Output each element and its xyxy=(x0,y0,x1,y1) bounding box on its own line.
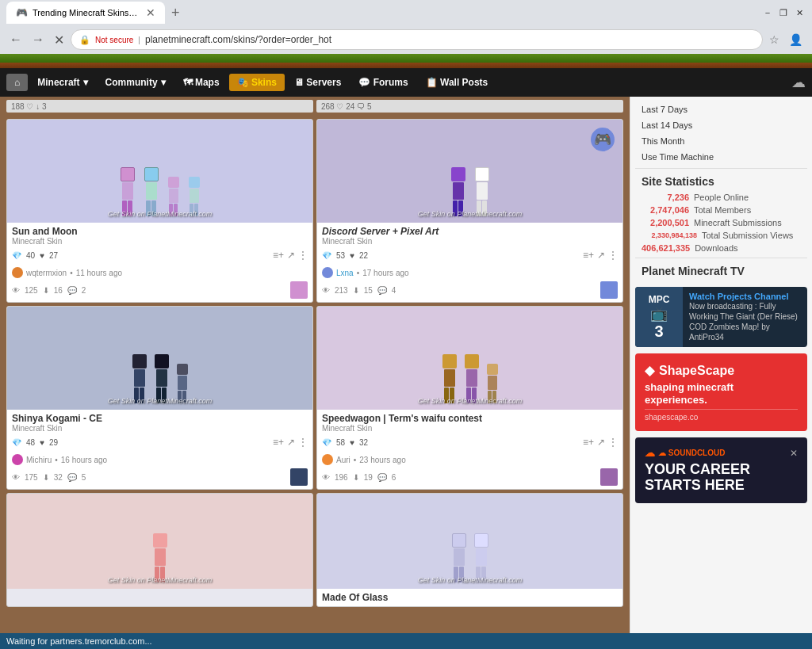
reload-button[interactable]: ✕ xyxy=(51,31,67,49)
views-count-3: 175 xyxy=(25,473,38,482)
views-count-1: 125 xyxy=(25,286,38,295)
ad-soundcloud[interactable]: ☁ ☁ SOUNDCLOUD ✕ YOUR CAREER STARTS HERE xyxy=(635,437,807,503)
time-dot-4: • xyxy=(354,456,357,464)
author-name-3[interactable]: Michiru xyxy=(26,456,52,464)
author-avatar-2 xyxy=(322,267,333,278)
skin-meta-4: Auri • 23 hours ago xyxy=(317,452,622,467)
share-button-4[interactable]: ↗ xyxy=(597,437,605,448)
minimize-button[interactable]: − xyxy=(761,6,774,19)
tab-title: Trending Minecraft Skins | Planet... xyxy=(33,8,138,17)
shapescape-url: shapescape.co xyxy=(645,409,798,422)
skin-thumb-small-4 xyxy=(600,468,618,486)
filter-last7[interactable]: Last 7 Days xyxy=(635,101,807,117)
skin-image-2[interactable]: 🎮 Get Skin on PlanetMinecraft.com xyxy=(317,120,622,223)
tv-card[interactable]: MPC 📺 3 Watch Projects Channel Now broad… xyxy=(635,287,807,347)
ad-close-button[interactable]: ✕ xyxy=(790,448,798,459)
skin-watermark-6: Get Skin on PlanetMinecraft.com xyxy=(317,576,622,584)
share-button-2[interactable]: ↗ xyxy=(597,250,605,261)
add-button-2[interactable]: ≡+ xyxy=(583,250,594,261)
time-dot-2: • xyxy=(357,269,360,277)
eye-icon-1: 👁 xyxy=(12,286,20,295)
skin-title-4[interactable]: Speedwagon | Term's waifu contest xyxy=(322,413,618,424)
nav-home[interactable]: ⌂ xyxy=(6,74,28,91)
skin-image-4[interactable]: Get Skin on PlanetMinecraft.com xyxy=(317,307,622,410)
profile-button[interactable]: 👤 xyxy=(786,32,806,48)
skin-title-2[interactable]: Discord Server + Pixel Art xyxy=(322,226,618,237)
stat-label-0: People Online xyxy=(694,193,749,202)
author-name-1[interactable]: wqtermxion xyxy=(26,269,67,277)
stats-section: 7,236 People Online 2,747,046 Total Memb… xyxy=(635,191,807,254)
skin-card-5: Get Skin on PlanetMinecraft.com xyxy=(6,493,313,607)
browser-addressbar: ← → ✕ 🔒 Not secure | planetminecraft.com… xyxy=(0,25,812,54)
skin-title-1[interactable]: Sun and Moon xyxy=(12,226,308,237)
skin-info-3: Shinya Kogami - CE Minecraft Skin 💎 48 ♥… xyxy=(7,410,312,452)
hearts-count-4: 32 xyxy=(359,438,368,447)
comment-icon-4: 💬 xyxy=(377,473,387,482)
comments-count-1: 2 xyxy=(82,286,86,295)
share-button-1[interactable]: ↗ xyxy=(287,250,295,261)
nav-servers[interactable]: 🖥 Servers xyxy=(286,74,349,91)
nav-maps[interactable]: 🗺 Maps xyxy=(175,74,228,91)
more-button-3[interactable]: ⋮ xyxy=(298,437,308,448)
stat-total-views: 2,330,984,138 Total Submission Views xyxy=(635,229,807,242)
author-name-4[interactable]: Auri xyxy=(336,456,350,464)
stat-value-2: 2,200,501 xyxy=(642,218,689,227)
maximize-button[interactable]: ❐ xyxy=(777,6,790,19)
status-bar: Waiting for partners.tremorclub.com... xyxy=(0,633,812,649)
comment-icon-1: 💬 xyxy=(67,286,77,295)
heart-icon-2: ♥ xyxy=(350,251,354,260)
back-button[interactable]: ← xyxy=(6,31,25,48)
skin-image-6[interactable]: Get Skin on PlanetMinecraft.com xyxy=(317,494,622,589)
filter-time-machine[interactable]: Use Time Machine xyxy=(635,149,807,165)
tv-section-title: Planet Minecraft TV xyxy=(635,258,807,281)
stat-label-4: Downloads xyxy=(695,243,737,253)
nav-skins[interactable]: 🎭 Skins xyxy=(229,74,285,91)
bookmark-button[interactable]: ☆ xyxy=(766,32,783,48)
skin-subtitle-1: Minecraft Skin xyxy=(12,237,308,246)
grass-bar xyxy=(0,54,812,68)
skin-actions-4: ≡+ ↗ ⋮ xyxy=(583,437,618,448)
skin-title-6[interactable]: Made Of Glass xyxy=(322,592,618,603)
close-button[interactable]: ✕ xyxy=(793,6,806,19)
security-icon: 🔒 xyxy=(79,35,90,45)
download-icon-1: ⬇ xyxy=(43,286,49,295)
stat-label-1: Total Members xyxy=(694,205,751,215)
soundcloud-name: ☁ SOUNDCLOUD xyxy=(658,449,725,457)
skin-image-1[interactable]: Get Skin on PlanetMinecraft.com xyxy=(7,120,312,223)
skin-info-6: Made Of Glass xyxy=(317,589,622,606)
diamonds-count-3: 48 xyxy=(26,438,35,447)
skin-image-5[interactable]: Get Skin on PlanetMinecraft.com xyxy=(7,494,312,589)
more-button-1[interactable]: ⋮ xyxy=(298,250,308,261)
skin-views-3: 👁 175 ⬇ 32 💬 5 xyxy=(7,467,312,489)
filter-this-month[interactable]: This Month xyxy=(635,133,807,149)
time-ago-3: 16 hours ago xyxy=(61,456,107,464)
add-button-1[interactable]: ≡+ xyxy=(273,250,284,261)
more-button-4[interactable]: ⋮ xyxy=(608,437,618,448)
skin-meta-2: Lxna • 17 hours ago xyxy=(317,265,622,280)
diamond-icon-4: 💎 xyxy=(322,438,331,447)
new-tab-button[interactable]: + xyxy=(165,5,186,21)
filter-last14[interactable]: Last 14 Days xyxy=(635,117,807,133)
more-button-2[interactable]: ⋮ xyxy=(608,250,618,261)
tab-close-button[interactable]: ✕ xyxy=(146,6,155,19)
skin-image-3[interactable]: Get Skin on PlanetMinecraft.com xyxy=(7,307,312,410)
add-button-3[interactable]: ≡+ xyxy=(273,437,284,448)
tv-logo: MPC 📺 3 xyxy=(635,287,683,347)
address-bar[interactable]: 🔒 Not secure | planetminecraft.com/skins… xyxy=(71,29,763,50)
nav-wallposts[interactable]: 📋 Wall Posts xyxy=(418,74,496,91)
nav-community[interactable]: Community ▾ xyxy=(98,74,174,91)
nav-minecraft[interactable]: Minecraft ▾ xyxy=(29,74,95,91)
skins-grid: Get Skin on PlanetMinecraft.com Sun and … xyxy=(3,116,626,610)
author-avatar-4 xyxy=(322,454,333,465)
author-name-2[interactable]: Lxna xyxy=(336,269,354,277)
stat-mc-submissions: 2,200,501 Minecraft Submissions xyxy=(635,216,807,229)
browser-tab[interactable]: 🎮 Trending Minecraft Skins | Planet... ✕ xyxy=(6,2,165,24)
skin-title-3[interactable]: Shinya Kogami - CE xyxy=(12,413,308,424)
add-button-4[interactable]: ≡+ xyxy=(583,437,594,448)
nav-forums[interactable]: 💬 Forums xyxy=(350,74,416,91)
forward-button[interactable]: → xyxy=(29,31,48,48)
skin-info-2: Discord Server + Pixel Art Minecraft Ski… xyxy=(317,223,622,265)
ad-shapescape[interactable]: ◆ ShapeScape shaping minecraft experienc… xyxy=(635,353,807,431)
share-button-3[interactable]: ↗ xyxy=(287,437,295,448)
tv-channel-label[interactable]: Watch Projects Channel xyxy=(689,292,801,301)
